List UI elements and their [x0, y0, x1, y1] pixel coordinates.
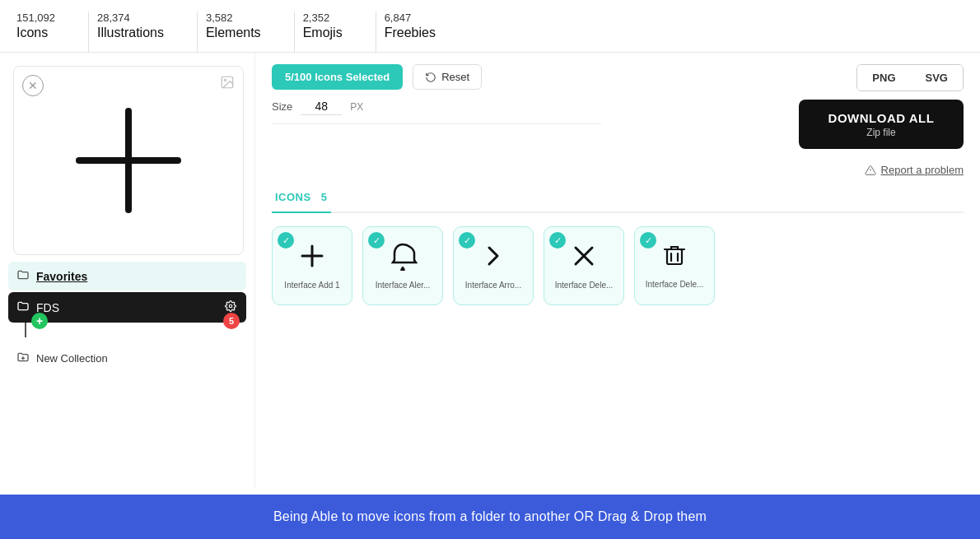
checkmark-delete-x: ✓ [549, 232, 566, 249]
svg-point-4 [229, 304, 232, 308]
icon-cards-grid: ✓ Interface Add 1 ✓ [272, 226, 964, 305]
notification-badge: 5 [223, 313, 240, 329]
svg-point-12 [402, 269, 404, 272]
stat-icons[interactable]: 151,092 Icons [16, 12, 89, 52]
stat-freebies[interactable]: 6,847 Freebies [385, 12, 469, 52]
add-icon [297, 241, 327, 275]
folder-icon-fds [16, 300, 30, 316]
download-label: DOWNLOAD ALL [828, 111, 935, 125]
icon-card-label-delete-trash: Interface Dele... [642, 279, 707, 290]
icon-card-add[interactable]: ✓ Interface Add 1 [272, 226, 352, 305]
illustrations-label: Illustrations [97, 26, 164, 40]
icon-card-delete-x[interactable]: ✓ Interface Dele... [544, 226, 624, 305]
freebies-label: Freebies [385, 26, 436, 40]
alert-icon [388, 241, 418, 275]
image-icon [220, 75, 235, 94]
reset-button[interactable]: Reset [413, 64, 482, 90]
favorites-label: Favorites [36, 270, 87, 283]
download-all-button[interactable]: DOWNLOAD ALL Zip file [799, 100, 964, 149]
folder-plus-icon [16, 351, 30, 366]
icons-tab-row: ICONS 5 [272, 184, 964, 213]
emojis-label: Emojis [303, 26, 343, 40]
download-sub: Zip file [866, 127, 895, 138]
banner-text: Being Able to move icons from a folder t… [273, 509, 707, 523]
trash-icon [660, 242, 688, 274]
reset-label: Reset [441, 71, 469, 83]
format-toggle[interactable]: PNG SVG [856, 64, 964, 91]
fds-collection-item[interactable]: FDS + 5 [8, 292, 246, 323]
svg-point-1 [224, 79, 226, 81]
icons-label: Icons [16, 26, 55, 40]
new-collection-label: New Collection [36, 352, 108, 365]
folder-icon [16, 268, 30, 284]
icon-card-delete-trash[interactable]: ✓ Interface Dele... [634, 226, 715, 305]
format-svg-button[interactable]: SVG [911, 65, 963, 91]
freebies-count: 6,847 [385, 12, 436, 24]
report-label: Report a problem [881, 164, 964, 176]
icon-preview-container: ✕ [13, 66, 244, 255]
selected-icons-badge[interactable]: 5/100 Icons Selected [272, 64, 403, 90]
illustrations-count: 28,374 [97, 12, 164, 24]
size-input[interactable] [301, 98, 342, 115]
new-collection-button[interactable]: New Collection [8, 342, 246, 374]
size-label: Size [272, 100, 292, 113]
icon-card-label-add: Interface Add 1 [281, 280, 343, 290]
icon-card-label-arrow: Interface Arro... [462, 280, 525, 290]
arrow-icon [478, 241, 508, 275]
stats-bar: 151,092 Icons 28,374 Illustrations 3,582… [0, 0, 980, 53]
checkmark-alert: ✓ [368, 232, 385, 249]
plus-icon-preview [63, 95, 194, 226]
emojis-count: 2,352 [303, 12, 343, 24]
tab-label: ICONS [275, 191, 311, 203]
stat-emojis[interactable]: 2,352 Emojis [303, 12, 376, 52]
bottom-banner: Being Able to move icons from a folder t… [0, 495, 980, 539]
icon-card-alert[interactable]: ✓ Interface Aler... [362, 226, 443, 305]
stat-elements[interactable]: 3,582 Elements [206, 12, 295, 52]
favorites-collection-item[interactable]: Favorites [8, 262, 246, 290]
stat-illustrations[interactable]: 28,374 Illustrations [97, 12, 198, 52]
icons-count: 151,092 [16, 12, 55, 24]
format-png-button[interactable]: PNG [857, 65, 910, 91]
elements-count: 3,582 [206, 12, 261, 24]
delete-x-icon [569, 241, 599, 275]
svg-rect-15 [667, 249, 682, 264]
icon-card-label-alert: Interface Aler... [372, 280, 434, 290]
checkmark-add: ✓ [278, 232, 294, 249]
report-problem-link[interactable]: Report a problem [865, 164, 964, 176]
icon-card-label-delete-x: Interface Dele... [552, 280, 617, 290]
checkmark-delete-trash: ✓ [640, 232, 656, 249]
icon-card-arrow[interactable]: ✓ Interface Arro... [453, 226, 534, 305]
icons-tab[interactable]: ICONS 5 [272, 184, 331, 213]
tab-count: 5 [321, 191, 328, 203]
elements-label: Elements [206, 26, 261, 40]
checkmark-arrow: ✓ [459, 232, 475, 249]
fds-label: FDS [36, 301, 217, 314]
size-unit: PX [350, 101, 363, 113]
add-to-collection-button[interactable]: + [31, 313, 48, 329]
close-button[interactable]: ✕ [22, 75, 44, 96]
